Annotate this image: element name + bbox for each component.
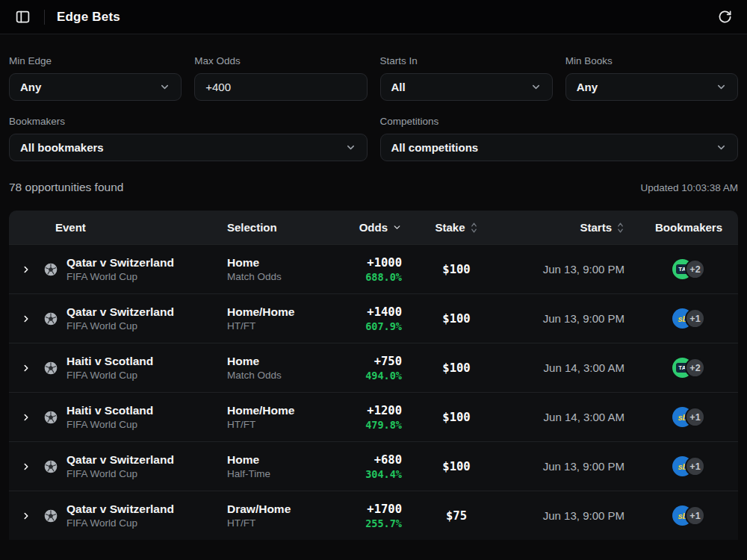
min-books-select[interactable]: Any [565, 73, 738, 101]
expand-row-button[interactable] [18, 458, 34, 475]
max-odds-input[interactable] [194, 73, 367, 101]
chevron-down-icon [530, 81, 542, 93]
bookmakers-value: All bookmakers [20, 141, 345, 154]
filter-min-edge: Min Edge Any [9, 55, 182, 101]
table-row[interactable]: Qatar v Switzerland FIFA World Cup Home … [9, 441, 738, 491]
selection-market: HT/FT [227, 517, 341, 529]
selection-name: Home [227, 355, 341, 368]
column-header-starts[interactable]: Starts [498, 221, 639, 234]
min-edge-select[interactable]: Any [9, 73, 182, 101]
stake-value: $100 [415, 361, 498, 375]
selection-name: Home [227, 453, 341, 467]
selection-name: Home/Home [227, 404, 341, 417]
edge-percent: 494.0% [365, 370, 402, 382]
bookmaker-badges[interactable]: TA +2 [672, 358, 705, 378]
results-count: 78 opportunities found [9, 181, 123, 194]
stake-value: $75 [415, 509, 498, 523]
competitions-value: All competitions [391, 141, 716, 154]
event-competition: FIFA World Cup [66, 320, 174, 332]
bookmakers-select[interactable]: All bookmakers [9, 134, 368, 161]
competitions-select[interactable]: All competitions [380, 134, 739, 161]
refresh-icon [718, 10, 732, 24]
extra-bookmakers-badge: +1 [685, 456, 705, 476]
panel-left-icon [15, 9, 31, 25]
bookmaker-badges[interactable]: TA +2 [672, 259, 705, 279]
column-header-selection: Selection [217, 221, 341, 234]
chevron-down-icon [345, 142, 356, 153]
soccer-ball-icon [43, 311, 58, 326]
chevron-down-icon [716, 81, 727, 93]
event-name: Qatar v Switzerland [66, 453, 174, 467]
expand-row-button[interactable] [18, 311, 34, 327]
selection-market: HT/FT [227, 419, 341, 430]
start-time: Jun 13, 9:00 PM [498, 312, 639, 325]
table-row[interactable]: Haiti v Scotland FIFA World Cup Home/Hom… [9, 392, 738, 441]
chevron-right-icon [21, 461, 31, 472]
stake-value: $100 [415, 460, 498, 473]
refresh-button[interactable] [716, 8, 734, 25]
expand-row-button[interactable] [18, 508, 34, 524]
starts-in-value: All [391, 81, 530, 93]
starts-in-select[interactable]: All [380, 73, 553, 101]
bookmaker-badges[interactable]: sb +1 [672, 407, 705, 427]
filter-min-books: Min Books Any [565, 55, 738, 101]
start-time: Jun 13, 9:00 PM [498, 263, 639, 276]
min-books-label: Min Books [565, 55, 738, 66]
odds-value: +1400 [367, 305, 402, 319]
opportunities-table: Event Selection Odds Stake Starts Bookma… [9, 211, 738, 540]
soccer-ball-icon [43, 410, 58, 425]
event-name: Qatar v Switzerland [66, 256, 174, 270]
edge-percent: 688.0% [365, 271, 402, 283]
selection-market: HT/FT [227, 320, 341, 332]
soccer-ball-icon [43, 508, 58, 523]
table-header: Event Selection Odds Stake Starts Bookma… [9, 211, 738, 244]
table-row[interactable]: Haiti v Scotland FIFA World Cup Home Mat… [9, 343, 738, 392]
event-competition: FIFA World Cup [66, 517, 174, 529]
filter-max-odds: Max Odds [194, 55, 367, 101]
chevron-right-icon [21, 363, 31, 373]
selection-name: Home/Home [227, 305, 341, 319]
sort-both-icon [616, 222, 624, 234]
filter-competitions: Competitions All competitions [380, 116, 739, 161]
filter-bookmakers: Bookmakers All bookmakers [9, 116, 368, 161]
sidebar-toggle-button[interactable] [13, 7, 32, 26]
min-edge-value: Any [20, 81, 159, 93]
bookmaker-badges[interactable]: sb +1 [672, 456, 705, 476]
table-body: Qatar v Switzerland FIFA World Cup Home … [9, 244, 738, 540]
column-header-stake[interactable]: Stake [415, 221, 498, 234]
extra-bookmakers-badge: +2 [685, 259, 705, 279]
extra-bookmakers-badge: +1 [685, 407, 705, 427]
expand-row-button[interactable] [18, 261, 34, 278]
odds-value: +1000 [367, 256, 402, 270]
start-time: Jun 14, 3:00 AM [498, 411, 639, 423]
page-title: Edge Bets [57, 10, 120, 25]
event-competition: FIFA World Cup [66, 468, 174, 479]
stake-value: $100 [415, 411, 498, 424]
start-time: Jun 14, 3:00 AM [498, 361, 639, 374]
table-row[interactable]: Qatar v Switzerland FIFA World Cup Home/… [9, 293, 738, 343]
column-header-event: Event [43, 221, 217, 234]
edge-percent: 607.9% [365, 320, 402, 332]
odds-value: +680 [374, 453, 402, 467]
edge-percent: 255.7% [365, 517, 402, 529]
bookmaker-badges[interactable]: sb +1 [672, 308, 705, 329]
expand-row-button[interactable] [18, 360, 34, 376]
stake-value: $100 [415, 263, 498, 276]
status-row: 78 opportunities found Updated 10:03:38 … [0, 181, 747, 194]
table-row[interactable]: Qatar v Switzerland FIFA World Cup Home … [9, 244, 738, 293]
start-time: Jun 13, 9:00 PM [498, 460, 639, 473]
odds-value: +1700 [367, 503, 402, 516]
table-row[interactable]: Qatar v Switzerland FIFA World Cup Draw/… [9, 491, 738, 540]
column-header-odds[interactable]: Odds [341, 221, 415, 234]
chevron-right-icon [21, 264, 31, 275]
expand-row-button[interactable] [18, 409, 34, 426]
starts-header-label: Starts [580, 221, 612, 234]
selection-market: Match Odds [227, 271, 341, 282]
competitions-label: Competitions [380, 116, 739, 127]
bookmaker-badges[interactable]: sb +1 [672, 505, 705, 526]
sort-desc-icon [392, 223, 402, 232]
start-time: Jun 13, 9:00 PM [498, 509, 639, 522]
stake-value: $100 [415, 312, 498, 326]
odds-value: +750 [374, 355, 402, 368]
topbar-divider [44, 10, 45, 25]
